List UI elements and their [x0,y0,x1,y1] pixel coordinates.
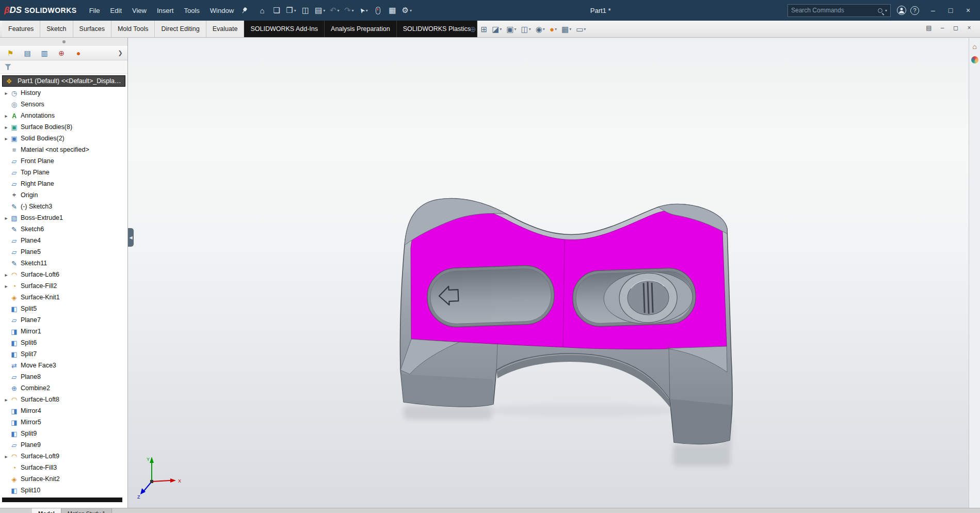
help-icon[interactable]: ? [910,6,919,15]
tree-item[interactable]: Boss-Extrude1 [0,212,127,223]
tree-item[interactable]: Surface-Knit1 [0,292,127,303]
tree-root-item[interactable]: Part1 (Default) <<Default>_Display St [2,75,125,87]
menu-item[interactable]: File [84,0,105,21]
expand-arrow-icon[interactable] [3,214,10,221]
pin-menubar-icon[interactable] [239,6,248,15]
tree-item[interactable]: Mirror1 [0,326,127,337]
search-commands-box[interactable]: ▾ [788,4,891,17]
menu-item[interactable]: Window [205,0,239,21]
minimize-document-icon[interactable]: – [938,23,947,33]
menu-item[interactable]: Insert [152,0,179,21]
undo-icon[interactable]: ↶▾ [328,3,341,18]
left-pocket[interactable] [426,265,555,328]
new-document-icon[interactable]: ❏▾ [270,3,283,18]
menu-item[interactable]: Tools [179,0,204,21]
tree-item[interactable]: Plane4 [0,235,127,246]
ribbon-tab[interactable]: Surfaces [73,21,111,37]
propertymanager-tab-icon[interactable]: ▤ [20,47,35,59]
apply-scene-icon[interactable]: ▦▾ [559,22,573,36]
panel-drag-grip[interactable] [0,38,127,46]
menu-item[interactable]: Edit [105,0,127,21]
tree-item[interactable]: Solid Bodies(2) [0,133,127,144]
search-input[interactable] [791,7,875,14]
tree-item[interactable]: Plane5 [0,246,127,258]
expand-arrow-icon[interactable] [3,271,10,278]
expand-arrow-icon[interactable] [3,89,10,97]
tree-item[interactable]: Surface-Loft6 [0,269,127,280]
hide-show-items-icon[interactable]: ◉▾ [534,22,547,36]
minimize-button[interactable]: – [925,3,941,18]
home-icon[interactable]: ⌂▾ [255,3,269,18]
tree-item[interactable]: Plane7 [0,314,127,326]
close-document-icon[interactable]: × [965,23,974,33]
configurationmanager-tab-icon[interactable]: ▥ [37,47,52,59]
restore-document-icon[interactable]: ◻ [951,23,960,33]
solidworks-resources-icon[interactable] [971,56,978,63]
ribbon-tab[interactable]: Direct Editing [155,21,206,37]
ribbon-tab[interactable]: SOLIDWORKS Add-Ins [244,21,325,37]
featuremanager-tab-icon[interactable]: ⚑ [3,47,18,59]
tree-item[interactable]: Mirror5 [0,416,127,428]
tree-item[interactable]: Material <not specified> [0,144,127,155]
filter-funnel-icon[interactable] [5,64,11,70]
tree-item[interactable]: Origin [0,189,127,201]
edit-appearance-icon[interactable]: ●▾ [548,22,559,36]
ribbon-tab[interactable]: Analysis Preparation [325,21,397,37]
tree-item[interactable]: Split7 [0,348,127,360]
tree-item[interactable]: Surface-Loft8 [0,394,127,405]
view-settings-icon[interactable]: ▭▾ [574,22,588,36]
open-document-icon[interactable]: ❒▾ [284,3,298,18]
tree-item[interactable]: Surface-Fill2 [0,280,127,292]
model-tab[interactable]: Model [32,508,61,513]
tree-item[interactable]: Right Plane [0,178,127,189]
maximize-button[interactable]: □ [943,3,958,18]
zoom-fit-icon[interactable]: ⊕▾ [468,22,478,36]
right-leg-face[interactable] [671,399,732,444]
graphics-canvas[interactable]: Y X Z [128,38,969,508]
displaymanager-tab-icon[interactable]: ● [71,47,86,59]
select-arrow-icon[interactable]: ➤▾ [357,3,370,18]
search-dropdown-icon[interactable]: ▾ [885,8,887,13]
expand-arrow-icon[interactable] [3,396,10,403]
mouse-gesture-icon[interactable]: ▾ [371,3,384,18]
tree-item[interactable]: Surface Bodies(8) [0,121,127,133]
tree-item[interactable]: History [0,87,127,99]
tree-item[interactable]: Split5 [0,303,127,314]
tree-item[interactable]: Sketch6 [0,223,127,235]
expand-arrow-icon[interactable] [3,135,10,142]
tree-item[interactable]: Annotations [0,110,127,121]
ribbon-tab[interactable]: Evaluate [206,21,245,37]
menu-item[interactable]: View [127,0,152,21]
expand-arrow-icon[interactable] [3,453,10,460]
user-account-icon[interactable] [897,6,906,15]
ribbon-tab[interactable]: Features [2,21,40,37]
home-tab-icon[interactable]: ⌂ [972,43,976,50]
expand-arrow-icon[interactable] [3,112,10,119]
ribbon-tab[interactable]: SOLIDWORKS Plastics [397,21,477,37]
ribbon-tab[interactable]: Mold Tools [111,21,155,37]
graphics-viewport[interactable]: Y X Z [128,38,969,508]
redo-icon[interactable]: ↷▾ [342,3,356,18]
left-leg-face[interactable] [401,374,493,407]
tree-item[interactable]: Surface-Fill3 [0,462,127,473]
expand-panel-icon[interactable]: ❯ [116,50,125,56]
view-orientation-icon[interactable]: ▣▾ [504,22,518,36]
options-gear-icon[interactable]: ⚙▾ [400,3,413,18]
right-pocket[interactable] [572,267,697,327]
print-icon[interactable]: ▤▾ [313,3,327,18]
tree-item[interactable]: Sketch11 [0,258,127,269]
expand-arrow-icon[interactable] [3,123,10,131]
tree-item[interactable]: Surface-Knit2 [0,473,127,485]
tree-item[interactable]: Split9 [0,428,127,439]
panel-splitter[interactable]: ◀ [128,228,134,247]
close-button[interactable]: × [960,3,976,18]
dimxpertmanager-tab-icon[interactable]: ⊕ [54,47,69,59]
section-view-icon[interactable]: ◪▾ [490,22,504,36]
tree-item[interactable]: Sensors [0,99,127,110]
tree-item[interactable]: Front Plane [0,155,127,167]
tree-item[interactable]: Plane8 [0,371,127,382]
tree-item[interactable]: Surface-Loft9 [0,451,127,462]
rollback-bar[interactable] [2,498,122,502]
ribbon-tab[interactable]: Sketch [40,21,73,37]
tree-item[interactable]: Move Face3 [0,360,127,371]
